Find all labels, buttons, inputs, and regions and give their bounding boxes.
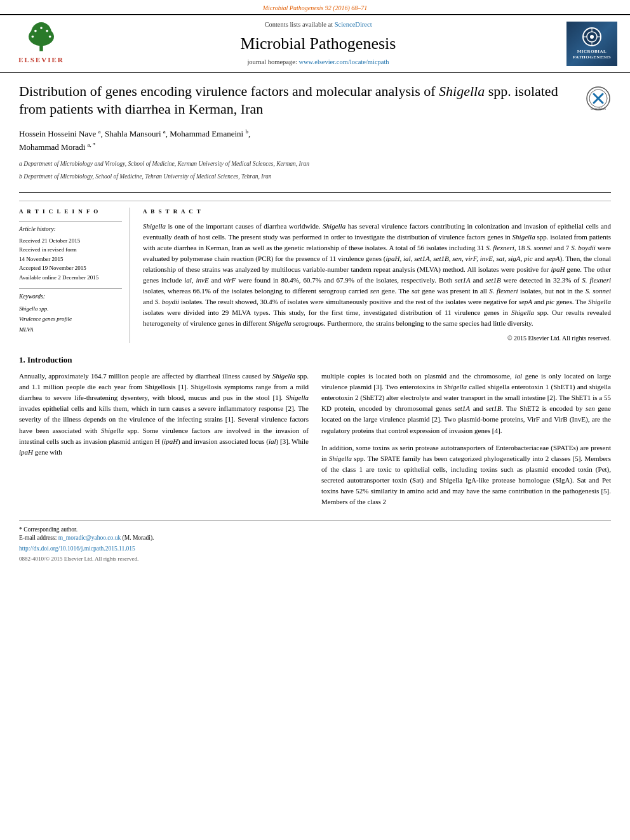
- page: Microbial Pathogenesis 92 (2016) 68–71 E…: [0, 0, 630, 840]
- issn-line: 0882-4010/© 2015 Elsevier Ltd. All right…: [19, 555, 611, 563]
- history-received: Received 21 October 2015: [19, 236, 122, 245]
- authors: Hossein Hosseini Nave a, Shahla Mansouri…: [19, 128, 576, 154]
- abstract-text: Shigella is one of the important causes …: [143, 221, 611, 329]
- footnote-area: * Corresponding author. E-mail address: …: [19, 520, 611, 563]
- keywords-section: Keywords: Shigella spp. Virulence genes …: [19, 288, 122, 335]
- science-direct-link[interactable]: ScienceDirect: [335, 21, 372, 28]
- corresponding-author-note: * Corresponding author.: [19, 526, 611, 534]
- journal-homepage: journal homepage: www.elsevier.com/locat…: [76, 58, 560, 67]
- journal-center: Contents lists available at ScienceDirec…: [70, 20, 566, 67]
- journal-volume-info: Microbial Pathogenesis 92 (2016) 68–71: [263, 4, 368, 11]
- elsevier-brand: ELSEVIER: [18, 55, 64, 65]
- intro-right-text-2: In addition, some toxins as serin protea…: [321, 443, 611, 507]
- microbial-logo-svg: [583, 28, 601, 46]
- svg-point-3: [34, 30, 37, 32]
- contents-line: Contents lists available at ScienceDirec…: [76, 20, 560, 30]
- email-note: E-mail address: m_moradic@yahoo.co.uk (M…: [19, 534, 611, 542]
- keyword-1: Shigella spp.: [19, 303, 122, 314]
- copyright: © 2015 Elsevier Ltd. All rights reserved…: [143, 334, 611, 343]
- history-received-revised: Received in revised form: [19, 245, 122, 254]
- homepage-url[interactable]: www.elsevier.com/locate/micpath: [298, 58, 389, 65]
- introduction-columns: Annually, approximately 164.7 million pe…: [19, 371, 611, 507]
- journal-title: Microbial Pathogenesis: [76, 32, 560, 55]
- journal-logo-icon: [582, 27, 601, 46]
- crossmark-logo: CrossMark: [586, 86, 611, 111]
- svg-point-6: [32, 36, 34, 38]
- keyword-2: Virulence genes profile: [19, 314, 122, 324]
- keywords-title: Keywords:: [19, 293, 122, 301]
- history-title: Article history:: [19, 225, 122, 234]
- journal-logo-text: MICROBIAL PATHOGENESIS: [573, 49, 611, 60]
- introduction-section: 1. Introduction Annually, approximately …: [19, 354, 611, 507]
- svg-point-4: [40, 27, 43, 29]
- article-info-col: A R T I C L E I N F O Article history: R…: [19, 208, 130, 343]
- history-revised-date: 14 November 2015: [19, 255, 122, 263]
- abstract-heading: A B S T R A C T: [143, 208, 611, 216]
- affiliation-b: b Department of Microbiology, School of …: [19, 172, 576, 181]
- elsevier-logo: ELSEVIER: [13, 22, 70, 65]
- intro-left-text: Annually, approximately 164.7 million pe…: [19, 371, 309, 457]
- crossmark-svg: CrossMark: [586, 86, 611, 111]
- svg-text:CrossMark: CrossMark: [591, 107, 607, 110]
- doi-link[interactable]: http://dx.doi.org/10.1016/j.micpath.2015…: [19, 545, 135, 552]
- journal-logo-box: MICROBIAL PATHOGENESIS: [566, 22, 617, 66]
- article-info-abstract-section: A R T I C L E I N F O Article history: R…: [19, 201, 611, 343]
- introduction-right: multiple copies is located both on plasm…: [321, 371, 611, 507]
- intro-right-text: multiple copies is located both on plasm…: [321, 371, 611, 436]
- keyword-3: MLVA: [19, 324, 122, 335]
- introduction-title: 1. Introduction: [19, 354, 611, 366]
- top-bar: Microbial Pathogenesis 92 (2016) 68–71: [0, 0, 630, 14]
- article-history: Article history: Received 21 October 201…: [19, 221, 122, 282]
- content-area: Distribution of genes encoding virulence…: [0, 73, 630, 573]
- elsevier-tree-icon: [22, 22, 60, 54]
- introduction-left: Annually, approximately 164.7 million pe…: [19, 371, 309, 507]
- affiliation-a: a Department of Microbiology and Virolog…: [19, 159, 576, 168]
- article-title-text: Distribution of genes encoding virulence…: [19, 83, 576, 185]
- article-title: Distribution of genes encoding virulence…: [19, 83, 576, 119]
- article-title-section: Distribution of genes encoding virulence…: [19, 83, 611, 193]
- history-accepted: Accepted 19 November 2015: [19, 263, 122, 272]
- article-info-heading: A R T I C L E I N F O: [19, 208, 122, 216]
- svg-point-5: [46, 30, 48, 32]
- svg-point-10: [590, 35, 594, 39]
- doi-line: http://dx.doi.org/10.1016/j.micpath.2015…: [19, 545, 611, 553]
- journal-header: ELSEVIER Contents lists available at Sci…: [0, 14, 630, 73]
- svg-point-7: [49, 36, 51, 38]
- abstract-col: A B S T R A C T Shigella is one of the i…: [143, 208, 611, 343]
- history-available: Available online 2 December 2015: [19, 273, 122, 282]
- email-link[interactable]: m_moradic@yahoo.co.uk: [58, 535, 121, 541]
